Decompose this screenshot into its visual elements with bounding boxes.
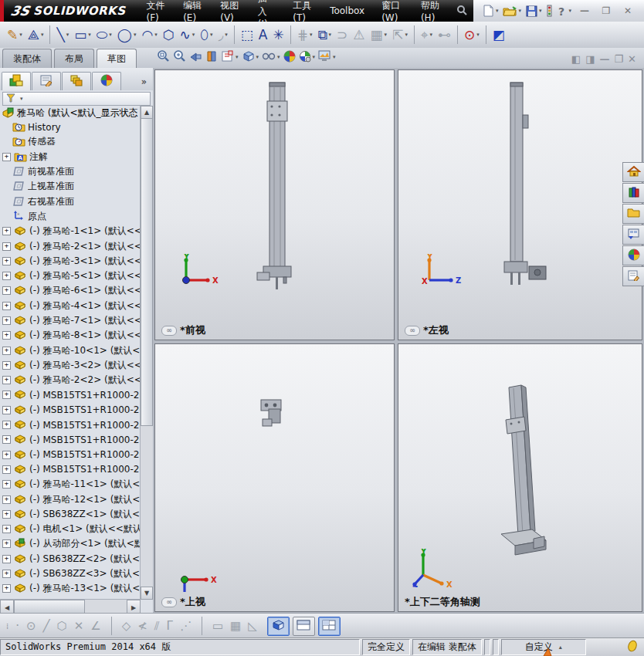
marquee-select-button[interactable]: ⬚ — [239, 24, 256, 46]
expander-plus[interactable]: + — [2, 257, 11, 265]
apply-scene-button[interactable]: ▾ — [299, 50, 316, 65]
parallel-snap-icon[interactable]: ⫽ — [154, 620, 160, 632]
tree-item[interactable]: +(-) 雅马哈-13<1> (默认< — [0, 581, 141, 596]
sketch-text-button[interactable]: A — [256, 24, 270, 46]
expander-plus[interactable]: + — [2, 302, 11, 310]
tree-item[interactable]: +(-) MSB15TS1+R1000-2020 — [0, 448, 141, 462]
viewport-isometric[interactable]: YXZ*上下二等角轴测 — [398, 343, 642, 612]
expander-plus[interactable]: + — [2, 227, 11, 235]
four-view-button[interactable] — [318, 617, 341, 636]
straight-slot-button[interactable]: ⬭▾ — [94, 24, 114, 46]
sketch-button[interactable]: ✎▾ — [5, 24, 25, 46]
tree-item[interactable]: +(-) 雅马哈-3<1> (默认<< — [0, 254, 141, 269]
tree-filter-bar[interactable]: ▾ — [2, 92, 151, 106]
tree-item[interactable]: +(-) 雅马哈-2<2> (默认<< — [0, 373, 141, 387]
centerpoint-arc-dropdown-arrow[interactable]: ▾ — [154, 32, 158, 38]
save-button[interactable]: ▾ — [524, 2, 544, 20]
open-document-dropdown-arrow[interactable]: ▾ — [518, 8, 521, 14]
expander-plus[interactable]: + — [2, 584, 11, 593]
corner-rectangle-button[interactable]: ▭▾ — [72, 24, 93, 46]
tree-item[interactable]: 前视基准面 — [0, 164, 141, 179]
tree-item[interactable]: +(-) MSB15TS1+R1000-2020 — [0, 432, 141, 447]
polygon-button[interactable]: ⬡ — [161, 24, 177, 46]
smart-dimension-button[interactable]: ⟁▾ — [25, 24, 46, 46]
expander-plus[interactable]: + — [2, 272, 11, 280]
tree-item[interactable]: *原点 — [0, 209, 141, 224]
view-settings-button[interactable]: ▾ — [318, 50, 336, 64]
tree-item[interactable]: +(-) 雅马哈-5<1> (默认<< — [0, 269, 141, 283]
convert-entities-dropdown-arrow[interactable]: ▾ — [329, 32, 332, 38]
tree-item[interactable]: +(-) 电机<1> (默认<<默认 — [0, 522, 141, 536]
expander-plus[interactable]: + — [2, 347, 11, 355]
tree-item[interactable]: 右视基准面 — [0, 194, 141, 208]
zoom-to-area-button[interactable] — [173, 49, 186, 65]
line-dropdown-arrow[interactable]: ▾ — [66, 32, 69, 38]
expander-plus[interactable]: + — [2, 570, 11, 578]
doc-close-button[interactable]: ✕ — [628, 53, 636, 65]
tree-item[interactable]: +(-) 雅马哈-4<1> (默认<< — [0, 299, 141, 313]
viewport-top[interactable]: XZ∞*上视 — [154, 343, 395, 612]
spline-button[interactable]: ∿▾ — [178, 24, 198, 46]
expander-plus[interactable]: + — [2, 406, 11, 414]
expander-plus[interactable]: + — [2, 376, 11, 384]
midpoint-snap-icon[interactable]: ≮ — [137, 620, 147, 632]
line-button[interactable]: ╲▾ — [54, 24, 71, 46]
actuator-model-front[interactable] — [256, 78, 317, 294]
solidworks-resources-tab[interactable] — [622, 162, 644, 182]
tree-item[interactable]: +(-) 雅马哈-10<1> (默认< — [0, 343, 141, 357]
new-document-button[interactable]: ▾ — [481, 2, 500, 20]
design-library-tab[interactable] — [622, 183, 644, 203]
tree-item[interactable]: +(-) MSB15TS1+R1000-2020 — [0, 387, 141, 402]
circle-button[interactable]: ◯▾ — [115, 24, 139, 46]
previous-pane-button[interactable]: ◧ — [571, 53, 581, 65]
tree-item[interactable]: +(-) 雅马哈-3<2> (默认<< — [0, 358, 141, 373]
point-snap-icon[interactable]: · — [15, 620, 19, 632]
smart-dimension-dropdown-arrow[interactable]: ▾ — [41, 32, 44, 38]
menu-Toolbox[interactable]: Toolbox — [321, 2, 373, 20]
line-snap-icon[interactable]: ╱ — [43, 620, 50, 632]
viewport-left[interactable]: YZX∞*左视 — [398, 69, 642, 340]
intersection-snap-icon[interactable]: ✕ — [74, 620, 84, 632]
expander-plus[interactable]: + — [2, 331, 11, 340]
tree-item[interactable]: +(-) MSB15TS1+R1000-2020 — [0, 418, 141, 432]
expander-plus[interactable]: + — [2, 242, 11, 251]
tree-item[interactable]: +(-) MSB15TS1+R1000-2020 — [0, 403, 141, 418]
ellipse-dropdown-arrow[interactable]: ▾ — [210, 32, 213, 38]
perpendicular-snap-icon[interactable]: Γ — [167, 620, 173, 632]
tree-item[interactable]: History — [0, 120, 141, 134]
expander-plus[interactable]: + — [2, 286, 11, 295]
point-button[interactable]: ✳ — [270, 24, 286, 46]
toolbar-grip[interactable]: ⁞ — [6, 622, 7, 631]
tree-vertical-scrollbar[interactable]: ▲ ▼ — [140, 106, 153, 600]
section-view-button[interactable] — [205, 50, 218, 65]
grid-snap-icon[interactable]: ⋰ — [180, 620, 192, 632]
expander-plus[interactable]: + — [2, 435, 11, 444]
straight-slot-dropdown-arrow[interactable]: ▾ — [109, 32, 112, 38]
circle-dropdown-arrow[interactable]: ▾ — [134, 32, 137, 38]
spline-dropdown-arrow[interactable]: ▾ — [192, 32, 195, 38]
single-view-button[interactable] — [267, 617, 290, 636]
doc-minimize-button[interactable]: — — [599, 53, 609, 65]
previous-view-button[interactable] — [189, 50, 202, 65]
save-dropdown-arrow[interactable]: ▾ — [539, 8, 542, 14]
zoom-to-fit-button[interactable] — [157, 49, 170, 65]
tree-item[interactable]: +(-) 雅马哈-7<1> (默认<< — [0, 313, 141, 328]
expander-plus[interactable]: + — [2, 525, 11, 533]
scroll-thumb[interactable] — [141, 118, 153, 426]
expander-plus[interactable]: + — [2, 153, 11, 161]
polygon-snap-icon[interactable]: ⬡ — [57, 620, 67, 632]
expander-plus[interactable]: + — [2, 361, 11, 370]
tree-item[interactable]: +(-) MSB15TS1+R1000-2020 — [0, 462, 141, 477]
tree-item[interactable]: +(-) 雅马哈-8<1> (默认<< — [0, 328, 141, 343]
help-dropdown-arrow[interactable]: ▾ — [568, 8, 571, 14]
help-button[interactable]: ?▾ — [556, 2, 573, 20]
tab-布局[interactable]: 布局 — [54, 49, 94, 68]
centerpoint-arc-button[interactable]: ◠▾ — [139, 24, 159, 46]
expander-plus[interactable]: + — [2, 316, 11, 325]
expander-plus[interactable]: + — [2, 539, 11, 548]
tree-item[interactable]: +(-) 雅马哈-2<1> (默认<< — [0, 238, 141, 253]
scroll-thumb-horizontal[interactable] — [14, 600, 85, 614]
center-snap-icon[interactable]: ⊙ — [26, 620, 36, 632]
panel-tab-configuration-manager[interactable] — [62, 72, 91, 90]
length-snap-icon[interactable]: ▭ — [212, 620, 223, 632]
